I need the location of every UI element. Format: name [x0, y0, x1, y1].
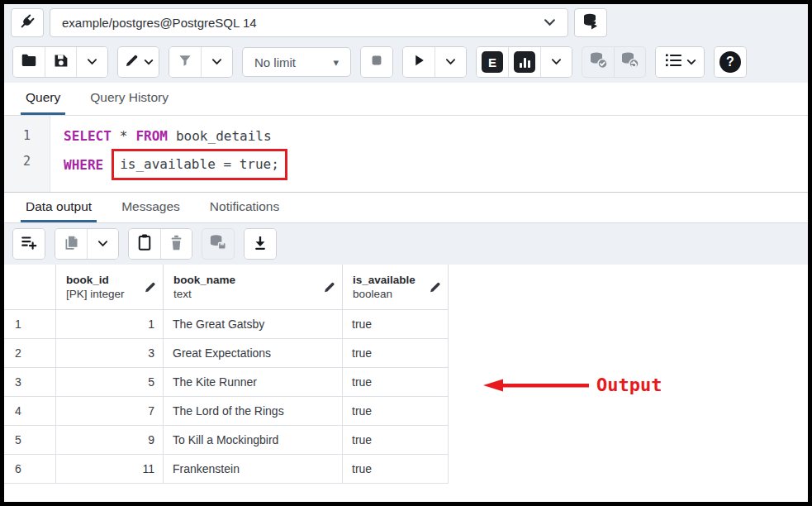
rollback-button[interactable] [614, 47, 645, 77]
edit-column-icon[interactable] [323, 281, 335, 294]
corner-header-cell[interactable] [4, 265, 56, 310]
trash-icon [169, 234, 184, 255]
copy-button[interactable] [55, 229, 87, 259]
tab-query-history[interactable]: Query History [85, 83, 173, 115]
add-row-button[interactable] [13, 229, 45, 259]
row-number[interactable]: 2 [4, 339, 56, 368]
add-row-group [12, 228, 45, 260]
execute-button[interactable] [403, 47, 434, 77]
filter-options-button[interactable] [201, 47, 232, 77]
download-results-button[interactable] [245, 229, 276, 259]
data-output-panel: book_id [PK] integer book_name text is_a… [4, 265, 808, 502]
cell-book-name[interactable]: Great Expectations [164, 339, 343, 368]
edit-column-icon[interactable] [144, 281, 156, 294]
commit-button[interactable] [582, 47, 614, 77]
copy-options-button[interactable] [87, 229, 118, 259]
sql-line-2: WHERE is_available = true; [64, 149, 287, 180]
filter-group [169, 46, 233, 78]
row-limit-select[interactable]: No limit ▾ [242, 47, 351, 77]
save-data-changes-button[interactable] [202, 229, 234, 259]
filter-button[interactable] [169, 47, 201, 77]
database-save-icon [208, 233, 228, 255]
cell-book-id[interactable]: 5 [56, 368, 164, 397]
cell-book-id[interactable]: 11 [56, 455, 164, 484]
cell-book-id[interactable]: 3 [56, 339, 164, 368]
cell-book-name[interactable]: The Great Gatsby [164, 310, 343, 339]
line-number: 2 [4, 149, 50, 174]
cell-is-available[interactable]: true [343, 339, 449, 368]
paste-button[interactable] [129, 229, 160, 259]
chevron-down-icon [144, 55, 154, 69]
database-commit-icon [588, 50, 609, 74]
cancel-query-button[interactable] [361, 47, 392, 77]
tab-notifications[interactable]: Notifications [205, 193, 284, 222]
cell-book-id[interactable]: 1 [56, 310, 164, 339]
cell-book-name[interactable]: The Lord of the Rings [164, 397, 343, 426]
add-row-icon [20, 233, 39, 255]
connection-selector[interactable]: example/postgres@PostgreSQL 14 [50, 8, 568, 37]
line-number-gutter: 1 2 [4, 116, 50, 192]
edit-column-icon[interactable] [429, 281, 441, 294]
connection-status-button[interactable] [11, 8, 44, 37]
results-grid: book_id [PK] integer book_name text is_a… [4, 265, 449, 484]
cell-is-available[interactable]: true [343, 426, 449, 455]
clipboard-icon [136, 233, 153, 255]
cell-book-name[interactable]: To Kill a Mockingbird [164, 426, 343, 455]
cell-is-available[interactable]: true [343, 397, 449, 426]
column-name: book_name [173, 273, 235, 287]
tab-query[interactable]: Query [21, 83, 65, 115]
copy-icon [63, 234, 80, 255]
row-number[interactable]: 4 [4, 397, 56, 426]
sql-keyword: WHERE [64, 152, 103, 178]
cell-is-available[interactable]: true [343, 310, 449, 339]
database-connect-icon [581, 12, 601, 35]
new-connection-button[interactable] [574, 8, 607, 37]
stop-icon [368, 52, 385, 72]
save-options-button[interactable] [76, 47, 107, 77]
explain-analyze-button[interactable] [508, 47, 540, 77]
plug-icon [17, 12, 37, 35]
column-header-is-available[interactable]: is_available boolean [343, 265, 449, 310]
edit-button[interactable] [118, 47, 159, 77]
cell-book-name[interactable]: Frankenstein [164, 455, 343, 484]
edit-group [117, 46, 159, 78]
save-file-button[interactable] [45, 47, 76, 77]
explain-button[interactable]: E [477, 47, 508, 77]
delete-row-button[interactable] [160, 229, 192, 259]
explain-options-button[interactable] [540, 47, 572, 77]
sql-code[interactable]: SELECT * FROM book_details WHERE is_avai… [50, 116, 287, 192]
floppy-icon [52, 52, 69, 73]
macros-button[interactable] [656, 47, 704, 77]
help-button[interactable]: ? [715, 47, 746, 77]
cell-is-available[interactable]: true [343, 368, 449, 397]
column-header-book-name[interactable]: book_name text [164, 265, 343, 310]
save-data-group [202, 228, 235, 260]
row-number[interactable]: 5 [4, 426, 56, 455]
sql-editor[interactable]: 1 2 SELECT * FROM book_details WHERE is_… [4, 116, 808, 192]
stop-group [360, 46, 393, 78]
tab-messages[interactable]: Messages [116, 193, 185, 222]
highlighted-condition: is_available = true; [112, 149, 287, 180]
row-number[interactable]: 3 [4, 368, 56, 397]
execute-options-button[interactable] [434, 47, 466, 77]
sql-keyword: SELECT [64, 123, 112, 149]
output-annotation: Output [483, 375, 662, 395]
cell-is-available[interactable]: true [343, 455, 449, 484]
column-type: text [173, 287, 235, 301]
connection-bar: example/postgres@PostgreSQL 14 [4, 4, 808, 41]
column-type: [PK] integer [66, 287, 125, 301]
row-number[interactable]: 1 [4, 310, 56, 339]
annotation-label: Output [596, 375, 662, 395]
cell-book-name[interactable]: The Kite Runner [164, 368, 343, 397]
tab-data-output[interactable]: Data output [21, 193, 97, 222]
execute-group [402, 46, 467, 78]
column-header-book-id[interactable]: book_id [PK] integer [56, 265, 164, 310]
help-group: ? [714, 46, 747, 78]
row-number[interactable]: 6 [4, 455, 56, 484]
ordered-list-icon [663, 51, 683, 73]
cell-book-id[interactable]: 7 [56, 397, 164, 426]
cell-book-id[interactable]: 9 [56, 426, 164, 455]
connection-label: example/postgres@PostgreSQL 14 [62, 16, 257, 30]
paste-delete-group [128, 228, 192, 260]
open-file-button[interactable] [13, 47, 45, 77]
